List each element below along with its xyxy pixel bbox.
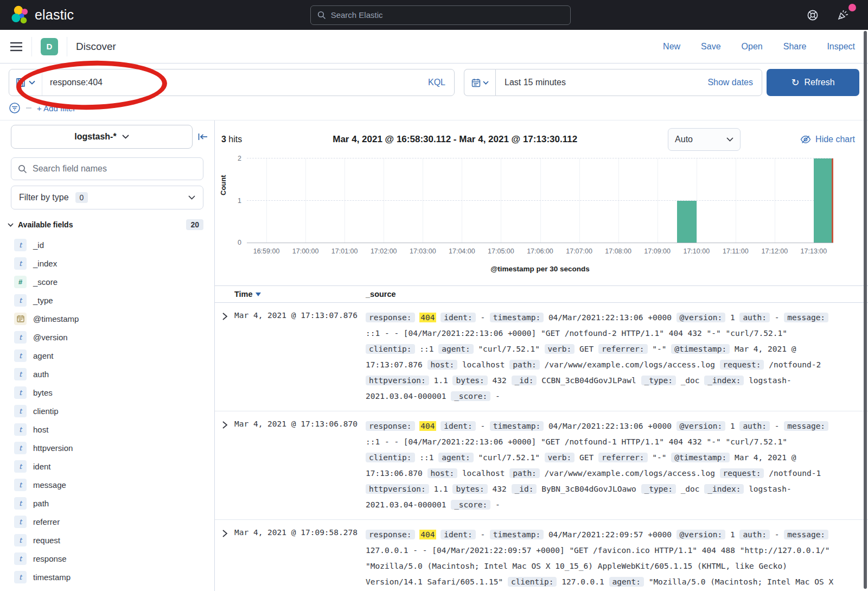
date-picker-button[interactable] — [464, 69, 495, 96]
source-field-pill: auth: — [739, 530, 770, 539]
source-field-pill: auth: — [739, 421, 770, 431]
field-list-item[interactable]: thost — [14, 420, 214, 439]
field-list-item[interactable]: tident — [14, 457, 214, 475]
collapse-sidebar-icon[interactable] — [198, 133, 208, 141]
time-column-header[interactable]: Time — [234, 290, 366, 298]
field-list-item[interactable]: tpath — [14, 494, 214, 512]
source-field-pill: agent: — [609, 577, 644, 587]
field-list-item[interactable]: thttpversion — [14, 439, 214, 457]
available-fields-header[interactable]: Available fields 20 — [8, 219, 203, 230]
field-list-item[interactable]: tclientip — [14, 402, 214, 420]
interval-select[interactable]: Auto — [668, 128, 741, 151]
table-header: Time _source — [215, 285, 868, 303]
newsfeed-icon[interactable] — [837, 9, 850, 21]
notification-dot — [848, 4, 856, 11]
hide-chart-button[interactable]: Hide chart — [800, 135, 855, 144]
row-source: response: 404 ident: - timestamp: 04/Mar… — [366, 418, 868, 513]
field-list-item[interactable]: @timestamp — [14, 309, 214, 328]
text-field-type-icon: t — [14, 386, 27, 399]
field-list-item[interactable]: ttimestamp — [14, 568, 214, 586]
field-list-item[interactable]: tmessage — [14, 475, 214, 494]
field-list-item[interactable]: t_index — [14, 254, 214, 272]
filter-by-type-select[interactable]: Filter by type 0 — [11, 186, 203, 209]
x-axis-tick-label: 16:59:00 — [253, 247, 280, 255]
chart-gridline — [247, 200, 833, 201]
nav-actions: NewSaveOpenShareInspect — [663, 42, 855, 52]
hide-chart-label: Hide chart — [815, 135, 855, 144]
row-source: response: 404 ident: - timestamp: 04/Mar… — [366, 310, 868, 404]
source-field-pill: verb: — [545, 344, 575, 354]
x-axis-tick-label: 17:06:00 — [527, 247, 553, 255]
menu-icon[interactable] — [10, 41, 23, 52]
field-name: _score — [33, 277, 58, 287]
source-field-pill: request: — [720, 468, 764, 478]
field-list-item[interactable]: t_type — [14, 291, 214, 309]
index-pattern-select[interactable]: logstash-* — [11, 125, 193, 149]
chart-gridline — [423, 158, 423, 243]
available-fields-label: Available fields — [18, 220, 73, 229]
chevron-down-icon — [122, 135, 129, 139]
field-list-item[interactable]: #_score — [14, 272, 214, 291]
elastic-logo-icon — [11, 5, 29, 25]
table-row: Mar 4, 2021 @ 17:13:06.870response: 404 … — [215, 411, 868, 520]
field-name: _index — [33, 259, 57, 268]
field-list-item[interactable]: tresponse — [14, 549, 214, 568]
source-field-pill: _id: — [512, 376, 537, 385]
field-name: path — [33, 499, 49, 508]
field-list-item[interactable]: trequest — [14, 531, 214, 549]
discover-page: elastic Search Elastic — [0, 0, 868, 591]
source-field-pill: httpversion: — [366, 484, 429, 494]
scrollbar[interactable] — [864, 31, 867, 589]
nav-action-share[interactable]: Share — [783, 42, 807, 52]
sort-down-icon — [256, 293, 261, 296]
query-text[interactable]: response:404 — [42, 78, 428, 87]
field-search-input[interactable]: Search field names — [11, 157, 203, 180]
field-list-item[interactable]: treferrer — [14, 512, 214, 531]
nav-action-save[interactable]: Save — [701, 42, 720, 52]
discover-app-badge[interactable]: D — [41, 38, 58, 55]
x-axis-title: @timestamp per 30 seconds — [247, 265, 833, 273]
add-filter-button[interactable]: + Add filter — [37, 104, 75, 113]
field-list-item[interactable]: t_id — [14, 236, 214, 254]
field-list-item[interactable]: tagent — [14, 346, 214, 365]
query-language-button[interactable]: KQL — [428, 78, 454, 87]
source-field-pill: verb: — [545, 453, 575, 462]
brand[interactable]: elastic — [11, 5, 74, 25]
chevron-down-icon — [8, 223, 14, 227]
source-column-header: _source — [366, 290, 396, 298]
field-list-item[interactable]: t@version — [14, 328, 214, 346]
expand-row-icon[interactable] — [215, 527, 234, 591]
query-input[interactable]: response:404 KQL — [9, 69, 455, 96]
field-list-item[interactable]: tbytes — [14, 383, 214, 402]
time-range-display[interactable]: Last 15 minutes Show dates — [495, 69, 762, 96]
nav-action-inspect[interactable]: Inspect — [827, 42, 855, 52]
help-icon[interactable] — [807, 9, 819, 21]
histogram-bar[interactable] — [677, 201, 697, 243]
text-field-type-icon: t — [14, 257, 27, 270]
source-field-pill: bytes: — [452, 376, 487, 385]
global-search-input[interactable]: Search Elastic — [310, 5, 571, 25]
histogram-bar[interactable] — [814, 158, 833, 243]
expand-row-icon[interactable] — [215, 418, 234, 513]
search-icon — [317, 11, 326, 20]
x-axis-tick-label: 17:05:00 — [488, 247, 514, 255]
expand-row-icon[interactable] — [215, 310, 234, 404]
chart-gridline — [775, 158, 775, 243]
x-axis-tick-label: 17:00:00 — [292, 247, 319, 255]
nav-action-new[interactable]: New — [663, 42, 680, 52]
show-dates-button[interactable]: Show dates — [707, 78, 753, 87]
chevron-down-icon — [29, 80, 35, 85]
row-time: Mar 4, 2021 @ 17:13:06.870 — [234, 418, 366, 513]
refresh-button[interactable]: ↻ Refresh — [767, 69, 859, 96]
field-search-placeholder: Search field names — [33, 164, 107, 174]
filter-icon[interactable] — [9, 102, 21, 114]
nav-action-open[interactable]: Open — [742, 42, 763, 52]
time-range-value[interactable]: Last 15 minutes — [505, 78, 566, 87]
source-field-pill: _type: — [641, 376, 676, 385]
saved-query-menu-button[interactable] — [9, 69, 42, 96]
text-field-type-icon: t — [14, 368, 27, 380]
eye-slash-icon — [800, 135, 811, 144]
field-list-item[interactable]: tauth — [14, 365, 214, 383]
chart-plot-area[interactable]: 16:59:0017:00:0017:01:0017:02:0017:03:00… — [247, 158, 833, 243]
navbar: D Discover NewSaveOpenShareInspect — [0, 30, 868, 63]
